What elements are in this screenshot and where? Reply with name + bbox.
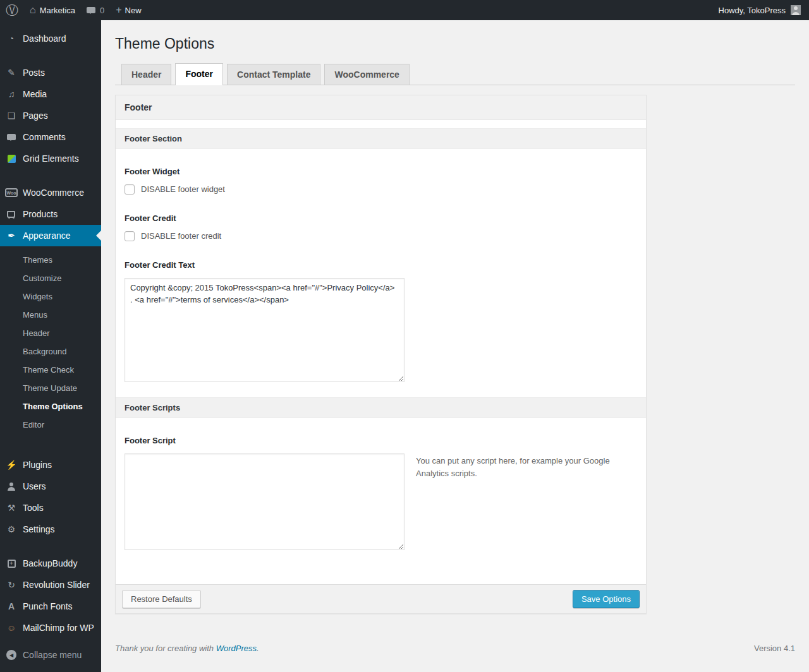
page-footer: Thank you for creating with WordPress. V… [115, 644, 795, 653]
menu-separator [0, 441, 101, 454]
backup-icon: + [5, 560, 18, 568]
sidebar-item-revolution-slider[interactable]: ↻ Revolution Slider [0, 574, 101, 596]
sidebar-item-media[interactable]: ♫ Media [0, 83, 101, 105]
cart-icon [5, 210, 18, 218]
sidebar-item-woocommerce[interactable]: Woo WooCommerce [0, 182, 101, 203]
menu-separator [0, 169, 101, 182]
admin-menu: ◔ Dashboard ✎ Posts ♫ Media ❏ Pages Comm… [0, 20, 101, 639]
sidebar-item-label: Products [23, 209, 58, 219]
panel-gap [116, 120, 646, 128]
new-content-menu[interactable]: + New [110, 0, 147, 20]
footer-widget-label: Footer Widget [125, 167, 637, 176]
disable-footer-widget-checkbox[interactable] [125, 184, 135, 195]
restore-defaults-button[interactable]: Restore Defaults [122, 590, 201, 609]
save-options-button[interactable]: Save Options [573, 590, 640, 609]
sidebar-item-comments[interactable]: Comments [0, 126, 101, 148]
brush-icon: ✒ [5, 231, 18, 241]
plus-icon: + [116, 5, 121, 15]
menu-separator [0, 49, 101, 62]
thanks-suffix: . [257, 644, 259, 653]
collapse-menu-button[interactable]: ◀ Collapse menu [0, 644, 101, 666]
comments-menu[interactable]: 0 [81, 0, 110, 20]
footer-options-panel: Footer Footer Section Footer Widget DISA… [115, 95, 647, 615]
wordpress-logo-menu[interactable]: Ⓥ [0, 0, 24, 20]
footer-script-label: Footer Script [125, 436, 637, 445]
tab-header[interactable]: Header [121, 64, 171, 85]
submenu-item-menus[interactable]: Menus [0, 306, 101, 324]
submenu-item-theme-options[interactable]: Theme Options [0, 397, 101, 416]
media-icon: ♫ [5, 89, 18, 99]
wordpress-link[interactable]: WordPress [216, 644, 257, 653]
avatar[interactable] [791, 5, 801, 15]
sidebar-item-label: Tools [23, 503, 44, 513]
woocommerce-icon: Woo [5, 188, 18, 197]
admin-bar: Ⓥ ⌂ Marketica 0 + New Howdy, TokoPress [0, 0, 809, 20]
sidebar-item-mailchimp[interactable]: ☺ MailChimp for WP [0, 617, 101, 639]
sidebar-item-users[interactable]: Users [0, 476, 101, 497]
admin-bar-right: Howdy, TokoPress [719, 0, 809, 20]
footer-script-row: You can put any script here, for example… [125, 453, 637, 550]
sidebar-item-label: Posts [23, 68, 45, 78]
submenu-item-header[interactable]: Header [0, 324, 101, 342]
sidebar-item-label: Comments [23, 132, 66, 142]
disable-footer-credit-label[interactable]: DISABLE footer credit [141, 231, 221, 241]
footer-credit-text-label: Footer Credit Text [125, 260, 637, 270]
thanks-prefix: Thank you for creating with [115, 644, 216, 653]
version-label: Version 4.1 [754, 644, 795, 653]
site-name-menu[interactable]: ⌂ Marketica [24, 0, 81, 20]
howdy-account-menu[interactable]: Howdy, TokoPress [719, 6, 786, 15]
sidebar-item-settings[interactable]: ⚙ Settings [0, 519, 101, 540]
appearance-submenu: Themes Customize Widgets Menus Header Ba… [0, 246, 101, 441]
sidebar-item-pages[interactable]: ❏ Pages [0, 105, 101, 126]
admin-sidebar: ◔ Dashboard ✎ Posts ♫ Media ❏ Pages Comm… [0, 20, 101, 672]
wordpress-logo-icon: Ⓥ [6, 4, 18, 16]
section-heading-footer-section: Footer Section [116, 128, 646, 149]
comment-icon [5, 134, 18, 140]
sidebar-item-dashboard[interactable]: ◔ Dashboard [0, 28, 101, 49]
footer-credit-text-textarea[interactable]: Copyright &copy; 2015 TokoPress<span><a … [125, 278, 404, 382]
collapse-wrap: ◀ Collapse menu [0, 644, 101, 672]
submenu-item-editor[interactable]: Editor [0, 416, 101, 434]
sidebar-item-tools[interactable]: ⚒ Tools [0, 497, 101, 519]
mailchimp-icon: ☺ [5, 623, 18, 633]
tools-icon: ⚒ [5, 503, 18, 513]
sidebar-item-label: Appearance [23, 231, 71, 241]
sidebar-item-label: Plugins [23, 460, 52, 470]
sidebar-item-backupbuddy[interactable]: + BackupBuddy [0, 553, 101, 574]
collapse-icon: ◀ [5, 650, 18, 660]
comment-bubble-icon [87, 7, 95, 13]
menu-separator [0, 540, 101, 553]
submenu-item-customize[interactable]: Customize [0, 269, 101, 287]
tab-woocommerce[interactable]: WooCommerce [324, 64, 409, 85]
settings-icon: ⚙ [5, 524, 18, 534]
sidebar-item-grid-elements[interactable]: Grid Elements [0, 148, 101, 169]
footer-scripts-body: Footer Script You can put any script her… [116, 418, 646, 584]
sidebar-item-label: Media [23, 89, 47, 99]
main-content: Theme Options Header Footer Contact Temp… [101, 20, 809, 672]
sidebar-item-appearance[interactable]: ✒ Appearance [0, 225, 101, 246]
disable-footer-credit-checkbox[interactable] [125, 231, 135, 241]
submenu-item-theme-check[interactable]: Theme Check [0, 361, 101, 379]
disable-footer-widget-label[interactable]: DISABLE footer widget [141, 184, 225, 194]
sidebar-item-posts[interactable]: ✎ Posts [0, 62, 101, 83]
theme-options-tabs: Header Footer Contact Template WooCommer… [115, 63, 795, 85]
sidebar-item-plugins[interactable]: ⚡ Plugins [0, 454, 101, 476]
tab-footer[interactable]: Footer [175, 63, 223, 85]
tab-contact-template[interactable]: Contact Template [227, 64, 320, 85]
sidebar-item-products[interactable]: Products [0, 203, 101, 225]
submenu-item-background[interactable]: Background [0, 342, 101, 361]
sidebar-item-label: Users [23, 481, 46, 491]
sidebar-item-punch-fonts[interactable]: A Punch Fonts [0, 596, 101, 617]
sidebar-item-label: BackupBuddy [23, 558, 77, 568]
sidebar-item-label: Punch Fonts [23, 601, 73, 611]
footer-script-textarea[interactable] [125, 453, 404, 550]
footer-section-body: Footer Widget DISABLE footer widget Foot… [116, 149, 646, 397]
section-heading-footer-scripts: Footer Scripts [116, 397, 646, 418]
dashboard-icon: ◔ [5, 33, 18, 44]
sidebar-item-label: Revolution Slider [23, 580, 90, 590]
plugin-icon: ⚡ [5, 460, 18, 470]
user-icon [5, 483, 18, 491]
submenu-item-theme-update[interactable]: Theme Update [0, 379, 101, 397]
submenu-item-widgets[interactable]: Widgets [0, 287, 101, 306]
submenu-item-themes[interactable]: Themes [0, 251, 101, 269]
